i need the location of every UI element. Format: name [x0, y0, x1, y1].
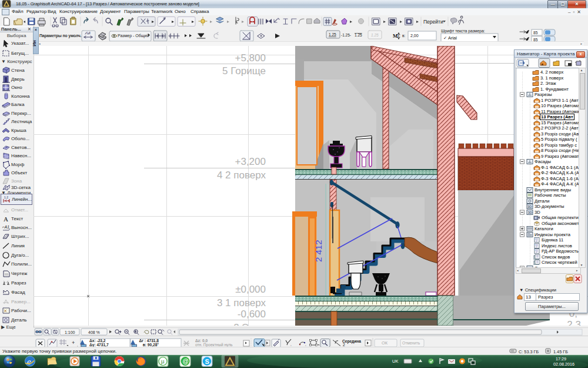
svg-text:-0,600: -0,600: [238, 309, 266, 320]
svg-text:Размер - Общий: Размер - Общий: [118, 34, 149, 38]
svg-text:2 412: 2 412: [313, 240, 323, 262]
svg-text:,: ,: [290, 343, 292, 346]
svg-text:Середина: Середина: [342, 339, 361, 344]
svg-text:,: ,: [305, 343, 306, 346]
svg-text:5 Горище: 5 Горище: [222, 65, 266, 77]
svg-text:в:: в:: [402, 34, 405, 38]
svg-text:@: @: [182, 357, 188, 364]
svg-text:02.08.2016: 02.08.2016: [553, 362, 574, 367]
svg-text:3 1 поверх: 3 1 поверх: [217, 297, 266, 309]
svg-text:408 %: 408 %: [88, 330, 100, 334]
svg-text:1,2: 1,2: [86, 31, 91, 35]
svg-text:+3,200: +3,200: [235, 156, 266, 167]
svg-text:1,2: 1,2: [4, 195, 8, 199]
svg-text:Шрифт текста размера:: Шрифт текста размера:: [441, 29, 485, 34]
svg-text:A: A: [4, 216, 8, 223]
svg-text:1.25: 1.25: [371, 33, 379, 37]
svg-text:UK: UK: [392, 359, 398, 364]
svg-text:4 2 поверх: 4 2 поверх: [217, 170, 266, 181]
svg-text:17:29: 17:29: [556, 356, 566, 362]
svg-text:Перейти: Перейти: [423, 19, 443, 25]
svg-text:1:100: 1:100: [65, 330, 75, 334]
svg-text:µ: µ: [161, 357, 165, 364]
svg-text:C: 53.3 ГБ: C: 53.3 ГБ: [519, 349, 539, 354]
svg-text:±0,000: ±0,000: [235, 284, 266, 295]
svg-text:S: S: [205, 358, 209, 365]
svg-text:ОК: ОК: [382, 340, 388, 346]
svg-text:2: 2: [343, 343, 345, 347]
svg-text:-1.25-: -1.25-: [341, 33, 351, 37]
svg-text:85: 85: [533, 31, 538, 35]
svg-text:2 3: 2 3: [567, 319, 581, 326]
svg-text:3D: 3D: [528, 211, 533, 214]
svg-text:M: M: [393, 33, 398, 39]
svg-text:+: +: [72, 340, 75, 346]
svg-text:⌐A1: ⌐A1: [2, 225, 9, 229]
svg-text:Отменить: Отменить: [402, 341, 420, 345]
svg-text:✓ Arial: ✓ Arial: [443, 35, 457, 41]
svg-text:+5,800: +5,800: [235, 52, 266, 64]
svg-text:2 Этаж: 2 Этаж: [233, 322, 266, 326]
svg-text:1.45 ГБ: 1.45 ГБ: [553, 349, 568, 354]
svg-text:2,00: 2,00: [410, 34, 419, 38]
svg-text:1.25: 1.25: [355, 33, 362, 37]
svg-text:e: e: [27, 357, 31, 366]
svg-text:1.25: 1.25: [329, 32, 336, 37]
svg-text:3D: 3D: [527, 205, 532, 208]
